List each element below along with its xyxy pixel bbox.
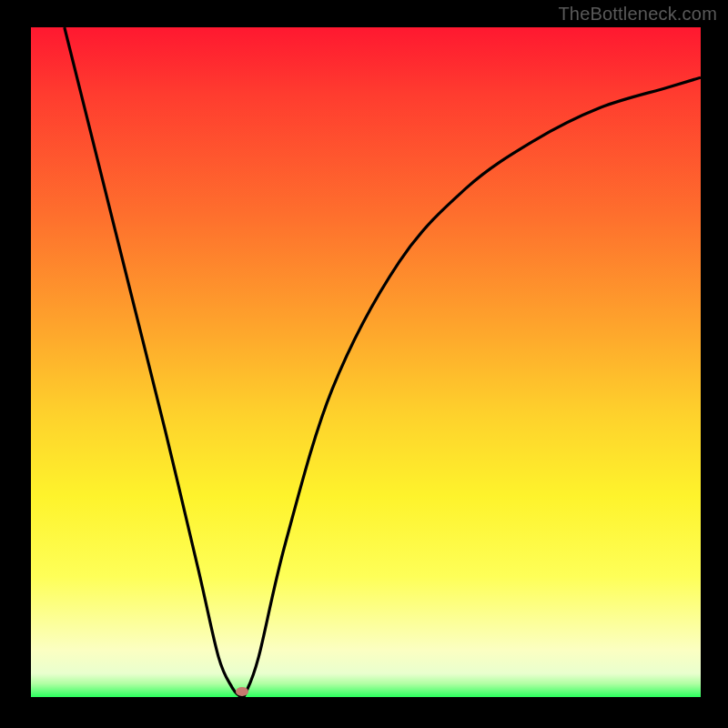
chart-container: TheBottleneck.com bbox=[0, 0, 728, 728]
bottleneck-curve bbox=[31, 27, 701, 697]
vertex-marker bbox=[236, 687, 248, 696]
plot-area bbox=[31, 27, 701, 697]
watermark-text: TheBottleneck.com bbox=[558, 4, 717, 25]
